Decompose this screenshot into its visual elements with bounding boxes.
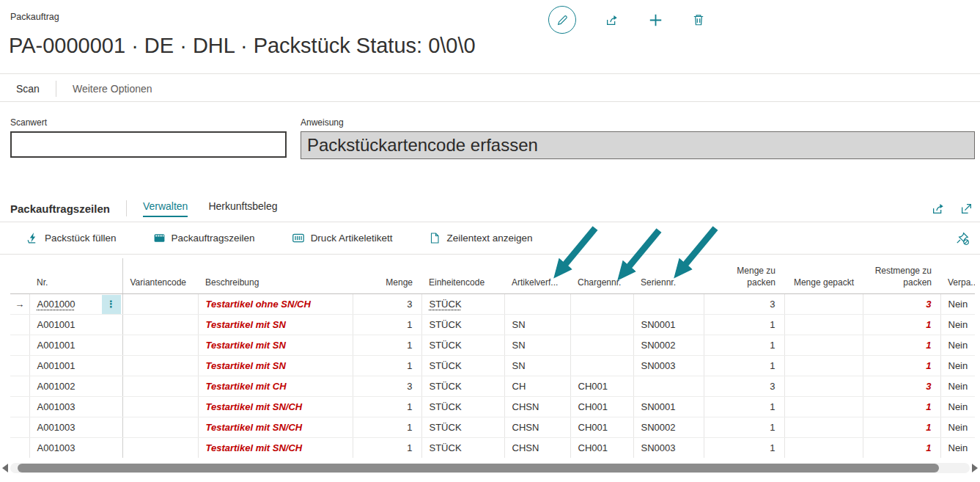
cell-nr[interactable]: A001001 bbox=[29, 315, 122, 335]
toolbar-button-druck-artikeletikett[interactable]: Druck Artikeletikett bbox=[287, 231, 397, 245]
cell-beschreibung[interactable]: Testartikel ohne SN/CH bbox=[198, 294, 353, 315]
cell-menge[interactable]: 1 bbox=[353, 397, 421, 417]
column-header-variantencode[interactable]: Variantencode bbox=[122, 258, 198, 294]
cell-variantencode[interactable] bbox=[122, 335, 198, 356]
cell-menge_zu_packen[interactable]: 1 bbox=[704, 335, 784, 356]
cell-seriennr[interactable]: SN0003 bbox=[633, 356, 704, 376]
cell-nr[interactable]: A001001 bbox=[29, 335, 122, 356]
cell-chargennr[interactable]: CH001 bbox=[570, 376, 633, 397]
cell-chargennr[interactable]: CH001 bbox=[570, 397, 633, 417]
cell-beschreibung[interactable]: Testartikel mit SN/CH bbox=[198, 417, 353, 438]
cell-restmenge_zu_packen[interactable]: 1 bbox=[863, 417, 940, 438]
cell-verpackt[interactable]: Nein bbox=[940, 294, 975, 315]
cell-seriennr[interactable]: SN0003 bbox=[633, 438, 704, 459]
cell-menge_gepackt[interactable] bbox=[784, 335, 863, 356]
cell-seriennr[interactable]: SN0002 bbox=[633, 335, 704, 356]
column-header-chargennr[interactable]: Chargennr. bbox=[570, 258, 633, 294]
scrollbar-track[interactable] bbox=[10, 463, 970, 473]
cell-artikelverf[interactable] bbox=[504, 294, 570, 315]
cell-chargennr[interactable] bbox=[570, 315, 633, 335]
column-header-einheitencode[interactable]: Einheitencode bbox=[421, 258, 504, 294]
nr-link[interactable]: A001003 bbox=[37, 401, 75, 412]
cell-restmenge_zu_packen[interactable]: 1 bbox=[863, 335, 940, 356]
cell-menge[interactable]: 1 bbox=[353, 315, 421, 335]
cell-verpackt[interactable]: Nein bbox=[940, 397, 975, 417]
cell-beschreibung[interactable]: Testartikel mit SN/CH bbox=[198, 397, 353, 417]
cell-verpackt[interactable]: Nein bbox=[940, 376, 975, 397]
toolbar-button-zeilentext-anzeigen[interactable]: Zeilentext anzeigen bbox=[424, 231, 537, 245]
toolbar-button-packstück-füllen[interactable]: Packstück füllen bbox=[22, 231, 121, 245]
cell-restmenge_zu_packen[interactable]: 1 bbox=[863, 356, 940, 376]
cell-einheitencode[interactable]: STÜCK bbox=[421, 335, 504, 356]
scrollbar-thumb[interactable] bbox=[18, 464, 939, 472]
cell-menge_zu_packen[interactable]: 3 bbox=[704, 294, 784, 315]
cell-artikelverf[interactable]: SN bbox=[504, 335, 570, 356]
nr-link[interactable]: A001003 bbox=[37, 422, 75, 433]
cell-variantencode[interactable] bbox=[122, 397, 198, 417]
cell-menge_gepackt[interactable] bbox=[784, 315, 863, 335]
cell-menge_gepackt[interactable] bbox=[784, 356, 863, 376]
cell-restmenge_zu_packen[interactable]: 1 bbox=[863, 397, 940, 417]
column-header-menge_zu_packen[interactable]: Menge zu packen bbox=[704, 258, 784, 294]
open-in-new-window-button[interactable] bbox=[960, 202, 973, 215]
cell-variantencode[interactable] bbox=[122, 294, 198, 315]
cell-menge_zu_packen[interactable]: 1 bbox=[704, 438, 784, 459]
column-header-beschreibung[interactable]: Beschreibung bbox=[198, 258, 353, 294]
cell-einheitencode[interactable]: STÜCK bbox=[421, 356, 504, 376]
cell-menge[interactable]: 1 bbox=[353, 335, 421, 356]
column-header-menge_gepackt[interactable]: Menge gepackt bbox=[784, 258, 863, 294]
nr-link[interactable]: A001002 bbox=[37, 381, 75, 392]
column-header-nr[interactable]: Nr. bbox=[29, 258, 122, 294]
cell-seriennr[interactable] bbox=[633, 294, 704, 315]
column-header-artikelverf[interactable]: Artikelverf... bbox=[504, 258, 570, 294]
cell-beschreibung[interactable]: Testartikel mit SN/CH bbox=[198, 438, 353, 459]
horizontal-scrollbar[interactable] bbox=[0, 462, 980, 474]
cell-restmenge_zu_packen[interactable]: 1 bbox=[863, 315, 940, 335]
cell-artikelverf[interactable]: CHSN bbox=[504, 417, 570, 438]
cell-menge_gepackt[interactable] bbox=[784, 294, 863, 315]
cell-variantencode[interactable] bbox=[122, 356, 198, 376]
add-button[interactable] bbox=[649, 13, 663, 27]
cell-menge_gepackt[interactable] bbox=[784, 397, 863, 417]
cell-seriennr[interactable]: SN0002 bbox=[633, 417, 704, 438]
cell-chargennr[interactable]: CH001 bbox=[570, 438, 633, 459]
cell-menge_gepackt[interactable] bbox=[784, 417, 863, 438]
cell-chargennr[interactable] bbox=[570, 335, 633, 356]
cell-artikelverf[interactable]: CH bbox=[504, 376, 570, 397]
menu-tab-weitere-optionen[interactable]: Weitere Optionen bbox=[73, 81, 152, 96]
unpin-button[interactable] bbox=[955, 231, 970, 246]
nr-link[interactable]: A001001 bbox=[37, 340, 75, 351]
cell-nr[interactable]: A001001 bbox=[29, 356, 122, 376]
cell-variantencode[interactable] bbox=[122, 376, 198, 397]
cell-variantencode[interactable] bbox=[122, 438, 198, 459]
cell-nr[interactable]: A001003 bbox=[29, 438, 122, 459]
einheitencode-link[interactable]: STÜCK bbox=[430, 299, 462, 310]
cell-artikelverf[interactable]: CHSN bbox=[504, 397, 570, 417]
cell-menge_gepackt[interactable] bbox=[784, 438, 863, 459]
cell-verpackt[interactable]: Nein bbox=[940, 417, 975, 438]
cell-nr[interactable]: A001000⋮ bbox=[29, 294, 122, 315]
cell-einheitencode[interactable]: STÜCK bbox=[421, 417, 504, 438]
column-header-seriennr[interactable]: Seriennr. bbox=[633, 258, 704, 294]
cell-menge_zu_packen[interactable]: 1 bbox=[704, 397, 784, 417]
cell-seriennr[interactable] bbox=[633, 376, 704, 397]
column-header-verpackt[interactable]: Verpa... bbox=[940, 258, 975, 294]
menu-tab-scan[interactable]: Scan bbox=[16, 81, 40, 96]
section-share-button[interactable] bbox=[932, 202, 946, 215]
cell-menge[interactable]: 1 bbox=[353, 417, 421, 438]
cell-menge_zu_packen[interactable]: 1 bbox=[704, 417, 784, 438]
cell-einheitencode[interactable]: STÜCK bbox=[421, 294, 504, 315]
section-tab-herkunftsbeleg[interactable]: Herkunftsbeleg bbox=[208, 200, 277, 217]
nr-link[interactable]: A001000 bbox=[37, 299, 75, 310]
nr-link[interactable]: A001001 bbox=[37, 319, 75, 330]
cell-restmenge_zu_packen[interactable]: 3 bbox=[863, 376, 940, 397]
cell-menge_zu_packen[interactable]: 3 bbox=[704, 376, 784, 397]
cell-artikelverf[interactable]: SN bbox=[504, 356, 570, 376]
cell-variantencode[interactable] bbox=[122, 315, 198, 335]
cell-menge[interactable]: 1 bbox=[353, 356, 421, 376]
nr-link[interactable]: A001001 bbox=[37, 360, 75, 371]
cell-einheitencode[interactable]: STÜCK bbox=[421, 315, 504, 335]
cell-nr[interactable]: A001002 bbox=[29, 376, 122, 397]
column-header-menge[interactable]: Menge bbox=[353, 258, 421, 294]
cell-nr[interactable]: A001003 bbox=[29, 397, 122, 417]
